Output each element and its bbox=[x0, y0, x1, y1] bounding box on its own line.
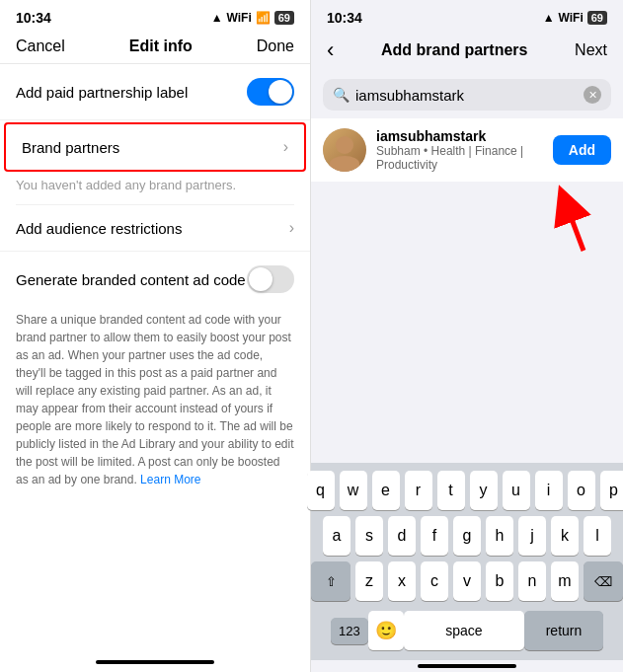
svg-line-0 bbox=[566, 203, 584, 251]
edit-info-title: Edit info bbox=[129, 37, 193, 55]
key-e[interactable]: e bbox=[372, 471, 400, 510]
key-i[interactable]: i bbox=[535, 471, 563, 510]
key-d[interactable]: d bbox=[388, 516, 416, 556]
key-p[interactable]: p bbox=[600, 471, 624, 510]
status-icons-right: ▲ WiFi 69 bbox=[543, 11, 607, 25]
key-o[interactable]: o bbox=[568, 471, 595, 510]
arrow-container bbox=[311, 182, 623, 261]
key-w[interactable]: w bbox=[340, 471, 367, 510]
results-container: iamsubhamstark Subham • Health | Finance… bbox=[311, 118, 623, 182]
key-x[interactable]: x bbox=[388, 561, 416, 601]
avatar bbox=[323, 128, 366, 172]
status-bar-right: 10:34 ▲ WiFi 69 bbox=[311, 0, 623, 30]
next-button[interactable]: Next bbox=[575, 41, 607, 59]
key-a[interactable]: a bbox=[323, 516, 350, 556]
key-y[interactable]: y bbox=[470, 471, 498, 510]
key-c[interactable]: c bbox=[421, 561, 448, 601]
time-left: 10:34 bbox=[16, 10, 51, 26]
description-text: Share a unique branded content ad code w… bbox=[0, 307, 310, 500]
status-bar-left: 10:34 ▲ WiFi 📶 10:34 69 bbox=[0, 0, 310, 30]
key-z[interactable]: z bbox=[355, 561, 383, 601]
audience-restrictions-label: Add audience restrictions bbox=[16, 220, 182, 237]
generate-ad-code-label: Generate branded content ad code bbox=[16, 271, 246, 288]
avatar-image bbox=[323, 128, 366, 172]
key-l[interactable]: l bbox=[584, 516, 611, 556]
nav-bar-left: Cancel Edit info Done bbox=[0, 30, 310, 64]
emoji-key[interactable]: 🙂 bbox=[368, 611, 404, 650]
return-key[interactable]: return bbox=[524, 611, 603, 650]
paid-partnership-label: Add paid partnership label bbox=[16, 84, 188, 101]
key-b[interactable]: b bbox=[486, 561, 513, 601]
keyboard: q w e r t y u i o p a s d f g h j k l ⇧ … bbox=[311, 463, 623, 660]
status-icons-left: ▲ WiFi 📶 10:34 69 bbox=[211, 11, 294, 25]
user-meta-label: Subham • Health | Finance | Productivity bbox=[376, 144, 543, 172]
shift-key[interactable]: ⇧ bbox=[311, 561, 350, 601]
back-button[interactable]: ‹ bbox=[327, 37, 334, 63]
learn-more-link[interactable]: Learn More bbox=[140, 473, 200, 486]
key-g[interactable]: g bbox=[453, 516, 481, 556]
key-f[interactable]: f bbox=[421, 516, 448, 556]
no-partners-text: You haven't added any brand partners. bbox=[0, 174, 310, 204]
key-m[interactable]: m bbox=[551, 561, 579, 601]
key-q[interactable]: q bbox=[307, 471, 335, 510]
key-j[interactable]: j bbox=[518, 516, 546, 556]
search-icon: 🔍 bbox=[333, 87, 350, 103]
audience-restrictions-row[interactable]: Add audience restrictions › bbox=[0, 205, 310, 252]
search-container: 🔍 iamsubhamstark ✕ bbox=[311, 71, 623, 118]
add-brand-partners-title: Add brand partners bbox=[381, 41, 527, 59]
username-label: iamsubhamstark bbox=[376, 128, 543, 144]
keyboard-bottom-row: 123 🙂 space return bbox=[315, 607, 619, 656]
left-panel: 10:34 ▲ WiFi 📶 10:34 69 Cancel Edit info… bbox=[0, 0, 311, 672]
numbers-key[interactable]: 123 bbox=[331, 618, 368, 644]
key-v[interactable]: v bbox=[453, 561, 481, 601]
keyboard-row-2: a s d f g h j k l bbox=[315, 516, 619, 556]
key-r[interactable]: r bbox=[405, 471, 432, 510]
brand-partners-label: Brand partners bbox=[22, 139, 119, 156]
key-u[interactable]: u bbox=[503, 471, 530, 510]
right-panel: 10:34 ▲ WiFi 69 ‹ Add brand partners Nex… bbox=[311, 0, 623, 672]
chevron-right-icon: › bbox=[283, 138, 288, 156]
key-t[interactable]: t bbox=[437, 471, 465, 510]
delete-key[interactable]: ⌫ bbox=[584, 561, 623, 601]
red-arrow-icon bbox=[514, 182, 593, 261]
keyboard-row-3: ⇧ z x c v b n m ⌫ bbox=[315, 561, 619, 601]
home-indicator-left bbox=[96, 660, 214, 664]
home-indicator-right bbox=[418, 664, 516, 668]
time-right: 10:34 bbox=[327, 10, 362, 26]
generate-ad-code-toggle[interactable] bbox=[247, 265, 294, 293]
paid-partnership-row: Add paid partnership label bbox=[0, 64, 310, 120]
done-button[interactable]: Done bbox=[257, 37, 294, 55]
generate-ad-code-row: Generate branded content ad code bbox=[0, 252, 310, 307]
key-s[interactable]: s bbox=[355, 516, 383, 556]
cancel-button[interactable]: Cancel bbox=[16, 37, 65, 55]
paid-partnership-toggle[interactable] bbox=[247, 78, 294, 106]
key-n[interactable]: n bbox=[518, 561, 546, 601]
brand-partners-row[interactable]: Brand partners › bbox=[4, 122, 306, 172]
chevron-right-icon-2: › bbox=[289, 219, 294, 237]
keyboard-row-1: q w e r t y u i o p bbox=[315, 471, 619, 510]
clear-search-button[interactable]: ✕ bbox=[584, 86, 601, 104]
user-result-row: iamsubhamstark Subham • Health | Finance… bbox=[311, 118, 623, 182]
key-k[interactable]: k bbox=[551, 516, 579, 556]
user-info: iamsubhamstark Subham • Health | Finance… bbox=[376, 128, 543, 172]
nav-bar-right: ‹ Add brand partners Next bbox=[311, 30, 623, 71]
add-partner-button[interactable]: Add bbox=[553, 135, 611, 165]
key-h[interactable]: h bbox=[486, 516, 513, 556]
space-key[interactable]: space bbox=[404, 611, 524, 650]
search-input-wrap[interactable]: 🔍 iamsubhamstark ✕ bbox=[323, 79, 611, 111]
search-input[interactable]: iamsubhamstark bbox=[355, 87, 578, 104]
